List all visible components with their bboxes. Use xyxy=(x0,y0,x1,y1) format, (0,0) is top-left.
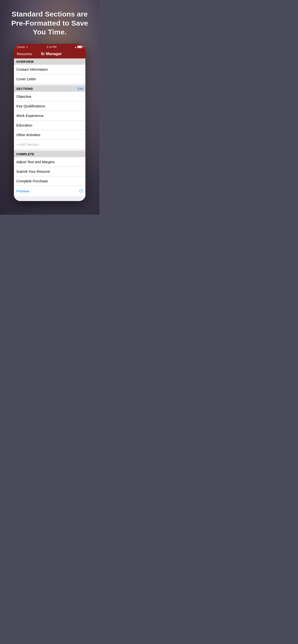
row-label-objective: Objective xyxy=(16,94,32,98)
chevron-icon: › xyxy=(82,67,83,71)
list-group-overview: Contact Information › Cover Letter › xyxy=(14,65,85,84)
list-item[interactable]: Adjust Text and Margins › xyxy=(14,157,85,167)
list-item[interactable]: Work Experience › xyxy=(14,111,85,120)
row-label-add-section: + Add Section xyxy=(16,142,39,146)
chevron-icon: › xyxy=(82,77,83,81)
bottom-spacing xyxy=(14,196,85,201)
row-label-key-qualifications: Key Qualifications xyxy=(16,104,45,108)
list-item[interactable]: Key Qualifications › xyxy=(14,101,85,111)
spacer xyxy=(14,84,85,86)
list-group-complete: Adjust Text and Margins › Submit Your Re… xyxy=(14,157,85,196)
battery-icon xyxy=(77,46,83,48)
iphone-mockup: Carrier 2:14 PM Resumes Sr Manager Overv… xyxy=(14,44,86,201)
list-item[interactable]: Complete Purchase xyxy=(14,176,85,186)
row-label-education: Education xyxy=(16,123,32,127)
chevron-icon: › xyxy=(82,133,83,136)
list-item[interactable]: Contact Information › xyxy=(14,65,85,74)
spacer xyxy=(14,149,85,151)
list-item[interactable]: Submit Your Resume xyxy=(14,167,85,176)
chevron-icon: › xyxy=(82,123,83,127)
back-button[interactable]: Resumes xyxy=(17,52,32,56)
row-label-other-activities: Other Activities xyxy=(16,133,40,137)
list-group-sections: Objective › Key Qualifications › Work Ex… xyxy=(14,92,85,149)
location-icon xyxy=(75,46,77,48)
list-item-preview[interactable]: Preview ⓘ xyxy=(14,186,85,196)
list-container: Overview Contact Information › Cover Let… xyxy=(14,58,85,201)
chevron-icon: › xyxy=(82,114,83,118)
list-item-add-section[interactable]: + Add Section xyxy=(14,140,85,149)
list-item[interactable]: Objective › xyxy=(14,92,85,101)
list-item[interactable]: Other Activities › xyxy=(14,130,85,140)
section-header-complete: Complete xyxy=(14,151,85,157)
nav-bar: Resumes Sr Manager xyxy=(14,50,85,58)
section-label-complete: Complete xyxy=(16,152,34,156)
nav-title: Sr Manager xyxy=(41,52,62,56)
row-label-preview: Preview xyxy=(16,189,29,193)
chevron-icon: › xyxy=(82,94,83,98)
wifi-icon xyxy=(26,46,28,48)
list-item[interactable]: Cover Letter › xyxy=(14,74,85,84)
carrier-label: Carrier xyxy=(17,46,25,48)
row-label-complete-purchase: Complete Purchase xyxy=(16,179,48,183)
row-label-adjust-text: Adjust Text and Margins xyxy=(16,160,55,164)
list-item[interactable]: Education › xyxy=(14,120,85,130)
status-bar: Carrier 2:14 PM xyxy=(14,44,85,50)
row-label-work-experience: Work Experience xyxy=(16,114,44,118)
row-label-contact-info: Contact Information xyxy=(16,67,48,72)
section-header-sections: Sections Edit xyxy=(14,86,85,92)
row-label-submit-resume: Submit Your Resume xyxy=(16,170,50,174)
section-header-overview: Overview xyxy=(14,58,85,65)
section-label-overview: Overview xyxy=(16,60,34,64)
battery-area xyxy=(75,46,83,48)
info-icon[interactable]: ⓘ xyxy=(79,188,83,194)
chevron-icon: › xyxy=(82,104,83,108)
page-headline: Standard Sections are Pre-Formatted to S… xyxy=(0,10,99,44)
section-label-sections: Sections xyxy=(16,87,33,90)
chevron-icon: › xyxy=(82,160,83,164)
status-time: 2:14 PM xyxy=(47,46,56,48)
row-label-cover-letter: Cover Letter xyxy=(16,77,36,81)
edit-button[interactable]: Edit xyxy=(78,87,83,90)
